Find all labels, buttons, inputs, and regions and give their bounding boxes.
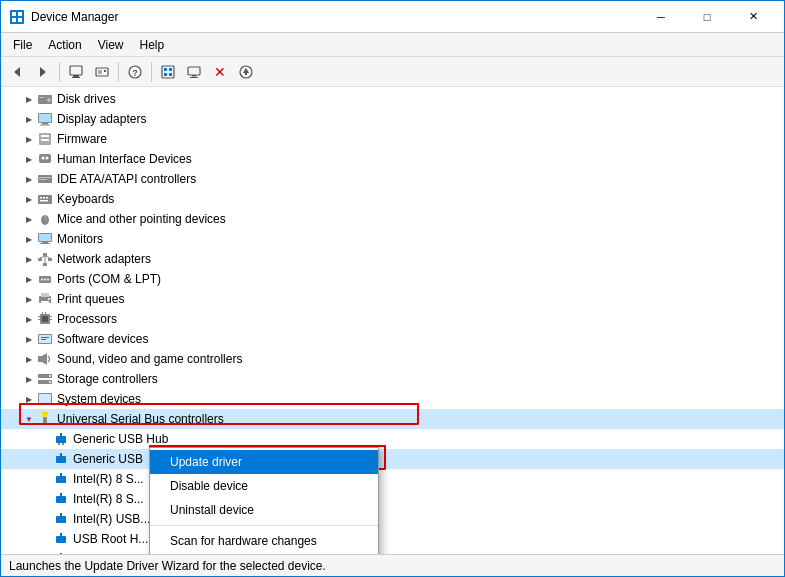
tree-item-firmware[interactable]: ▶ Firmware <box>1 129 784 149</box>
ctx-separator <box>150 525 378 526</box>
svg-rect-66 <box>41 293 49 297</box>
svg-rect-43 <box>40 197 42 199</box>
back-button[interactable] <box>5 60 29 84</box>
svg-rect-36 <box>39 154 51 163</box>
menu-file[interactable]: File <box>5 36 40 54</box>
menu-view[interactable]: View <box>90 36 132 54</box>
expand-network[interactable]: ▶ <box>21 251 37 267</box>
ctx-scan-hardware[interactable]: Scan for hardware changes <box>150 529 378 553</box>
expand-keyboards[interactable]: ▶ <box>21 191 37 207</box>
expand-display[interactable]: ▶ <box>21 111 37 127</box>
tree-item-intel-usb3[interactable]: ▶ Intel(R) USB... oft) <box>1 509 784 529</box>
device-manager-window: Device Manager ─ □ ✕ File Action View He… <box>0 0 785 577</box>
tree-item-ports[interactable]: ▶ Ports (COM & LPT) <box>1 269 784 289</box>
svg-rect-11 <box>98 70 102 74</box>
toolbar-separator-1 <box>59 62 60 82</box>
ctx-disable-device[interactable]: Disable device <box>150 474 378 498</box>
tree-item-system[interactable]: ▶ System devices <box>1 389 784 409</box>
svg-rect-7 <box>70 66 82 75</box>
expand-disk-drives[interactable]: ▶ <box>21 91 37 107</box>
toolbar: ? ✕ <box>1 57 784 87</box>
menu-help[interactable]: Help <box>132 36 173 54</box>
usb-root2-label: USB Root H... <box>73 552 148 554</box>
intel-usb2-icon <box>53 491 69 507</box>
ctx-uninstall-device[interactable]: Uninstall device <box>150 498 378 522</box>
menu-action[interactable]: Action <box>40 36 89 54</box>
expand-usb[interactable]: ▼ <box>21 411 37 427</box>
ctx-update-driver[interactable]: Update driver <box>150 450 378 474</box>
tree-item-mice[interactable]: ▶ Mice and other pointing devices <box>1 209 784 229</box>
svg-rect-88 <box>39 394 51 403</box>
svg-rect-42 <box>38 195 52 204</box>
scan-button[interactable] <box>156 60 180 84</box>
svg-rect-95 <box>58 443 60 445</box>
tree-item-ide[interactable]: ▶ IDE ATA/ATAPI controllers <box>1 169 784 189</box>
maximize-button[interactable]: □ <box>684 4 730 30</box>
tree-item-disk-drives[interactable]: ▶ Disk drives <box>1 89 784 109</box>
expand-ports[interactable]: ▶ <box>21 271 37 287</box>
intel-usb2-label: Intel(R) 8 S... <box>73 492 144 506</box>
tree-item-intel-usb2[interactable]: ▶ Intel(R) 8 S... <box>1 489 784 509</box>
forward-button[interactable] <box>31 60 55 84</box>
tree-item-generic-hub[interactable]: ▶ Generic USB Hub <box>1 429 784 449</box>
tree-item-monitors[interactable]: ▶ Monitors <box>1 229 784 249</box>
svg-rect-9 <box>72 77 80 78</box>
remove-device-button[interactable]: ✕ <box>208 60 232 84</box>
hid-label: Human Interface Devices <box>57 152 192 166</box>
svg-marker-5 <box>14 67 20 77</box>
svg-rect-79 <box>41 337 49 338</box>
tree-item-generic-usb[interactable]: ▶ Generic USB <box>1 449 784 469</box>
tree-item-sound[interactable]: ▶ Sound, video and game controllers <box>1 349 784 369</box>
tree-item-usb-root1[interactable]: ▶ USB Root H... <box>1 529 784 549</box>
expand-ide[interactable]: ▶ <box>21 171 37 187</box>
device-tree[interactable]: ▶ Disk drives ▶ <box>1 87 784 554</box>
expand-firmware[interactable]: ▶ <box>21 131 37 147</box>
expand-print[interactable]: ▶ <box>21 291 37 307</box>
title-bar: Device Manager ─ □ ✕ <box>1 1 784 33</box>
system-label: System devices <box>57 392 141 406</box>
computer-properties-button[interactable] <box>64 60 88 84</box>
sound-icon <box>37 351 53 367</box>
expand-sound[interactable]: ▶ <box>21 351 37 367</box>
svg-marker-82 <box>42 353 47 365</box>
update-driver-button[interactable] <box>234 60 258 84</box>
tree-item-keyboards[interactable]: ▶ Keyboards <box>1 189 784 209</box>
tree-item-hid[interactable]: ▶ Human Interface Devices <box>1 149 784 169</box>
display-adapters-label: Display adapters <box>57 112 146 126</box>
monitor-button[interactable] <box>182 60 206 84</box>
expand-software[interactable]: ▶ <box>21 331 37 347</box>
expand-storage[interactable]: ▶ <box>21 371 37 387</box>
svg-rect-3 <box>12 18 16 22</box>
tree-item-intel-usb1[interactable]: ▶ Intel(R) 8 S... <box>1 469 784 489</box>
minimize-button[interactable]: ─ <box>638 4 684 30</box>
tree-item-software-devices[interactable]: ▶ Software devices <box>1 329 784 349</box>
tree-item-network[interactable]: ▶ Network adapters <box>1 249 784 269</box>
toolbar-separator-3 <box>151 62 152 82</box>
svg-point-85 <box>49 375 51 377</box>
svg-rect-30 <box>39 114 51 122</box>
svg-rect-51 <box>39 234 51 241</box>
expand-processors[interactable]: ▶ <box>21 311 37 327</box>
expand-mice[interactable]: ▶ <box>21 211 37 227</box>
expand-system[interactable]: ▶ <box>21 391 37 407</box>
help-button[interactable]: ? <box>123 60 147 84</box>
tree-item-display-adapters[interactable]: ▶ Display adapters <box>1 109 784 129</box>
expand-monitors[interactable]: ▶ <box>21 231 37 247</box>
window-icon <box>9 9 25 25</box>
tree-item-print[interactable]: ▶ Print queues <box>1 289 784 309</box>
tree-item-usb-root2[interactable]: ▶ USB Root H... <box>1 549 784 554</box>
svg-rect-46 <box>40 200 48 202</box>
toolbar-separator-2 <box>118 62 119 82</box>
ctx-properties[interactable]: Properties <box>150 553 378 554</box>
expand-hid[interactable]: ▶ <box>21 151 37 167</box>
svg-rect-53 <box>40 243 50 244</box>
svg-rect-80 <box>41 339 46 340</box>
device-manager-button[interactable] <box>90 60 114 84</box>
keyboards-icon <box>37 191 53 207</box>
tree-item-usb-controllers[interactable]: ▼ Universal Serial Bus controllers <box>1 409 784 429</box>
close-button[interactable]: ✕ <box>730 4 776 30</box>
svg-rect-98 <box>60 453 62 456</box>
processors-icon <box>37 311 53 327</box>
tree-item-storage[interactable]: ▶ Storage controllers <box>1 369 784 389</box>
tree-item-processors[interactable]: ▶ Processors <box>1 309 784 329</box>
